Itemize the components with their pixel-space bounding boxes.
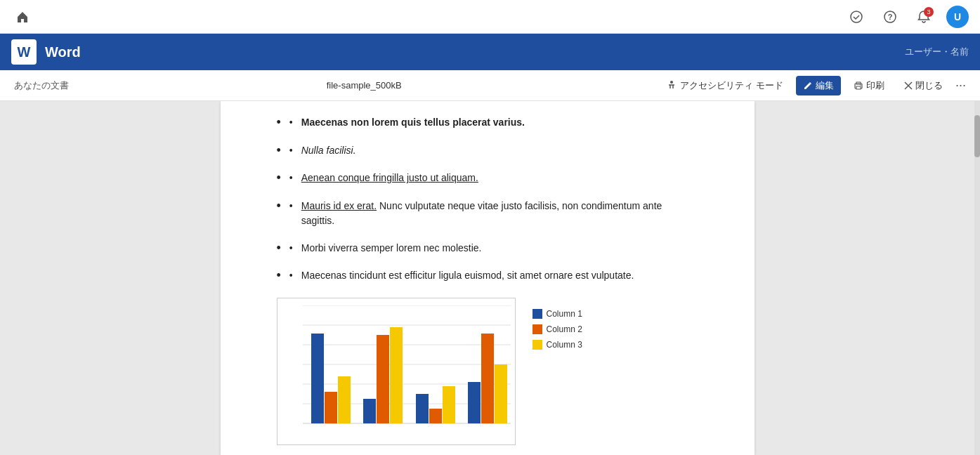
notification-badge: 3 [924, 7, 934, 17]
bullet-list: • Maecenas non lorem quis tellus placera… [277, 115, 698, 284]
chart-area: 12 10 8 6 4 2 0 [277, 298, 516, 445]
bar-row1-col2 [325, 392, 337, 423]
word-user-info: ユーザー・名前 [905, 46, 969, 58]
legend-color-col1 [533, 309, 542, 319]
bar-row3-col3 [443, 386, 455, 423]
word-header-left: W Word [11, 39, 81, 65]
toolbar-actions: アクセシビリティ モード 編集 印刷 閉じる ··· [659, 76, 966, 95]
legend-color-col2 [533, 324, 542, 334]
scrollbar-track[interactable] [974, 101, 980, 455]
legend-label-col1: Column 1 [547, 309, 582, 319]
close-button[interactable]: 閉じる [897, 76, 950, 95]
scrollbar-thumb[interactable] [974, 115, 980, 157]
help-button[interactable]: ? [879, 6, 901, 28]
chart-svg: 12 10 8 6 4 2 0 [303, 305, 511, 425]
doc-scroll[interactable]: • Maecenas non lorem quis tellus placera… [0, 101, 974, 455]
top-bar-left [11, 6, 34, 28]
main-area: • Maecenas non lorem quis tellus placera… [0, 101, 980, 455]
legend-item-col1: Column 1 [533, 309, 582, 319]
print-button[interactable]: 印刷 [847, 76, 891, 95]
chart-container: 12 10 8 6 4 2 0 [277, 298, 698, 445]
svg-rect-5 [856, 86, 861, 89]
chart-legend: Column 1 Column 2 Column 3 [533, 309, 582, 350]
bar-row2-col2 [377, 335, 389, 423]
bar-row1-col1 [311, 334, 324, 423]
doc-page: • Maecenas non lorem quis tellus placera… [221, 101, 754, 455]
word-title: Word [45, 44, 81, 60]
notification-button[interactable]: 3 [913, 6, 935, 28]
bar-row4-col3 [495, 364, 507, 423]
legend-color-col3 [533, 340, 542, 350]
legend-item-col3: Column 3 [533, 340, 582, 350]
accessibility-button[interactable]: アクセシビリティ モード [659, 76, 790, 95]
svg-point-7 [860, 84, 861, 86]
bar-row4-col2 [481, 334, 494, 423]
bar-row4-col1 [468, 382, 481, 423]
list-item: • Maecenas tincidunt est efficitur ligul… [277, 268, 698, 284]
bar-row2-col3 [390, 327, 403, 423]
bar-row3-col2 [429, 409, 442, 423]
bullet-text-3: Aenean conque fringilla justo ut aliquam… [301, 171, 478, 185]
svg-point-3 [670, 81, 673, 84]
bar-row1-col3 [338, 376, 351, 423]
bullet-text-2: Nulla facilisi. [301, 143, 356, 158]
bullet-text-4: Mauris id ex erat. Nunc vulputate neque … [301, 199, 698, 228]
check-circle-button[interactable] [845, 6, 868, 28]
edit-button[interactable]: 編集 [796, 76, 841, 95]
bar-row2-col1 [363, 399, 376, 423]
legend-label-col3: Column 3 [547, 340, 582, 350]
bullet-text-5: Morbi viverra semper lorem nec molestie. [301, 241, 482, 256]
avatar[interactable]: U [946, 6, 969, 28]
svg-point-0 [851, 11, 862, 22]
more-options-button[interactable]: ··· [955, 78, 966, 93]
legend-item-col2: Column 2 [533, 324, 582, 334]
filename-label: file-sample_500kB [327, 80, 402, 91]
my-docs-label: あなたの文書 [14, 79, 69, 92]
word-logo: W [11, 39, 37, 65]
legend-label-col2: Column 2 [547, 324, 582, 334]
list-item: • Mauris id ex erat. Nunc vulputate nequ… [277, 199, 698, 228]
list-item: • Maecenas non lorem quis tellus placera… [277, 115, 698, 131]
list-item: • Nulla facilisi. [277, 143, 698, 159]
toolbar: あなたの文書 file-sample_500kB アクセシビリティ モード 編集 [0, 70, 980, 101]
bar-row3-col1 [416, 394, 429, 423]
list-item: • Aenean conque fringilla justo ut aliqu… [277, 171, 698, 186]
top-bar-right: ? 3 U [845, 6, 969, 28]
top-bar: ? 3 U [0, 0, 980, 34]
bullet-text-6: Maecenas tincidunt est efficitur ligula … [301, 268, 634, 283]
list-item: • Morbi viverra semper lorem nec molesti… [277, 241, 698, 256]
bullet-text-1: Maecenas non lorem quis tellus placerat … [301, 115, 525, 130]
svg-text:?: ? [888, 13, 893, 21]
home-button[interactable] [11, 6, 34, 28]
word-header: W Word ユーザー・名前 [0, 34, 980, 70]
